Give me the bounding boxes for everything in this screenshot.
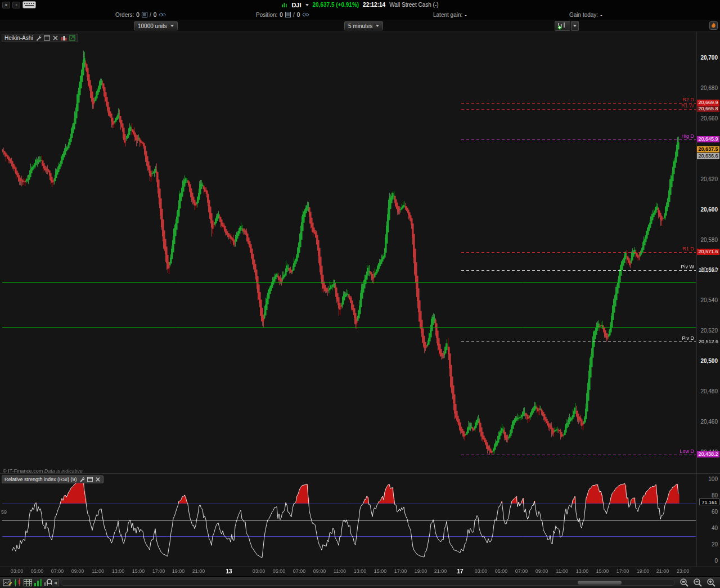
table-icon[interactable]	[23, 578, 33, 587]
instrument-header: DJI 20,637.5 (+0.91%) 22:12:14 Wall Stre…	[0, 0, 720, 10]
gain-today-label: Gain today:	[569, 12, 598, 18]
chart-type-dropdown[interactable]	[571, 21, 579, 31]
price-chart-canvas[interactable]	[0, 32, 696, 576]
market-time: 22:12:14	[363, 2, 385, 8]
chart-scrollbar[interactable]	[61, 580, 675, 586]
time-label: 05:00	[269, 568, 289, 574]
zoom-in-icon[interactable]	[706, 578, 716, 587]
time-label: 11:00	[88, 568, 108, 574]
level-badge: 20,571.6	[697, 249, 719, 255]
time-label: 11:00	[552, 568, 572, 574]
rsi-tick: 60	[712, 509, 718, 515]
time-label: 09:00	[532, 568, 552, 574]
level-label: Piv W	[681, 264, 695, 270]
level-badge: 20,669.9	[697, 100, 719, 106]
level-label: R1 W	[682, 103, 695, 109]
day-label: 13	[219, 568, 239, 574]
price-axis-divider	[696, 32, 697, 567]
orders-separator: /	[150, 12, 151, 18]
market-name: Wall Street Cash (-)	[389, 2, 438, 8]
rsi-tick: 100	[708, 476, 718, 482]
rsi-tick: 20	[712, 541, 718, 547]
symbol-name[interactable]: DJI	[291, 2, 301, 8]
time-label: 17:00	[613, 568, 633, 574]
scroll-left-button[interactable]: ◀	[52, 579, 59, 586]
time-label: 13:00	[572, 568, 592, 574]
time-label: 19:00	[411, 568, 431, 574]
panel-icon[interactable]	[44, 35, 50, 41]
instrument-chart-icon	[281, 2, 287, 8]
candlestick-style-icon[interactable]	[13, 578, 22, 587]
price-tick: 20,540	[700, 297, 718, 303]
rsi-close-icon[interactable]	[95, 477, 101, 482]
time-label: 13:00	[108, 568, 128, 574]
level-badge: 20,438.2	[697, 451, 719, 457]
rsi-left-value: 59	[1, 509, 7, 515]
position-list-icon[interactable]	[285, 12, 291, 17]
level-label: R2 D	[682, 97, 694, 102]
ask-price-badge: 20,637.5	[697, 146, 719, 152]
time-label: 15:00	[128, 568, 148, 574]
close-indicator-icon[interactable]	[52, 35, 58, 41]
time-label: 19:00	[633, 568, 653, 574]
time-label: 15:00	[370, 568, 390, 574]
orders-gears-icon[interactable]	[159, 12, 166, 17]
level-value: 20,512.6	[699, 339, 718, 344]
time-axis-divider	[0, 566, 720, 567]
chart-options-icon[interactable]	[709, 21, 718, 30]
timeframe-dropdown-caret-icon	[376, 25, 379, 27]
histogram-icon[interactable]	[61, 35, 67, 41]
time-label: 07:00	[511, 568, 532, 574]
bid-price-badge: 20,636.6	[697, 153, 719, 159]
chart-type-caret-icon	[573, 25, 577, 27]
zoom-out-icon[interactable]	[693, 578, 703, 587]
time-label: 03:00	[471, 568, 491, 574]
bottom-toolbar: ◀	[0, 576, 720, 588]
gain-today: Gain today: -	[569, 10, 602, 20]
level-label: Hig D	[681, 133, 694, 139]
price-tick: 20,480	[700, 388, 718, 394]
orders-working-count: 0	[154, 12, 157, 18]
copyright-note: © IT-Finance.com Data is indicative	[3, 468, 83, 474]
rsi-wrench-icon[interactable]	[79, 477, 85, 482]
rsi-panel-divider[interactable]	[0, 473, 720, 474]
position-summary: Position: 0 / 0	[256, 10, 309, 20]
symbol-dropdown-icon[interactable]	[305, 4, 309, 6]
orders-open-count: 0	[136, 12, 140, 18]
position-working-count: 0	[297, 12, 300, 18]
units-dropdown[interactable]: 10000 units	[134, 21, 178, 30]
time-label: 17:00	[148, 568, 169, 574]
position-gears-icon[interactable]	[302, 12, 309, 17]
price-tick: 20,680	[700, 85, 718, 91]
position-open-count: 0	[280, 12, 283, 18]
time-label: 21:00	[430, 568, 451, 574]
draw-tools-icon[interactable]	[3, 578, 12, 587]
timeframe-dropdown[interactable]: 5 minutes	[344, 21, 383, 30]
time-label: 17:00	[390, 568, 411, 574]
price-tick: 20,520	[700, 327, 718, 334]
time-label: 23:00	[673, 568, 693, 574]
price-tick: 20,600	[700, 207, 718, 213]
add-indicator-button[interactable]	[555, 21, 570, 31]
chart-region: Heikin-Ashi © IT-Finance.com Data is ind…	[0, 32, 720, 576]
position-separator: /	[293, 12, 295, 18]
indicative-text: Data is indicative	[44, 468, 83, 474]
chart-scrollbar-thumb[interactable]	[578, 581, 622, 585]
expand-icon[interactable]	[69, 35, 75, 41]
price-tick: 20,580	[700, 237, 718, 243]
time-label: 07:00	[47, 568, 68, 574]
rsi-panel-icon[interactable]	[87, 477, 93, 482]
orders-list-icon[interactable]	[142, 12, 147, 17]
price-and-change: 20,637.5 (+0.91%)	[313, 2, 359, 8]
level-label: R1 D	[682, 246, 694, 252]
time-label: 21:00	[652, 568, 673, 574]
level-badge: 20,665.8	[697, 106, 719, 112]
time-label: 05:00	[491, 568, 511, 574]
level-label: Low D	[680, 448, 694, 454]
wrench-icon[interactable]	[35, 35, 42, 41]
indicators-icon[interactable]	[33, 578, 43, 587]
time-label: 13:00	[350, 568, 370, 574]
gain-today-value: -	[600, 12, 602, 18]
rsi-tick: 0	[714, 558, 718, 564]
zoom-reset-icon[interactable]	[680, 578, 689, 587]
